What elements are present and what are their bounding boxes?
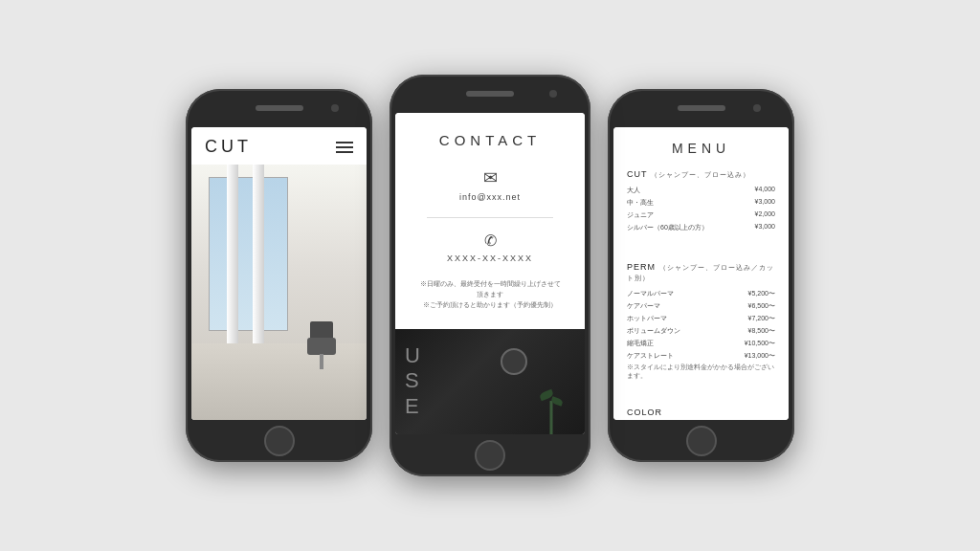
salon-chair (302, 326, 341, 369)
menu-section-cut-label: CUT (627, 169, 647, 179)
menu-item-care-perm: ケアパーマ ¥6,500〜 (627, 301, 775, 311)
phone-menu: MENU CUT （シャンプー、ブロー込み） 大人 ¥4,000 中・高生 ¥3… (608, 89, 794, 462)
phones-container: CUT (0, 0, 980, 551)
camera-contact (549, 90, 557, 98)
contact-note-line1: ※日曜のみ、最終受付を一時間繰り上げさせて頂きます (420, 280, 561, 298)
menu-item-hot-perm-name: ホットパーマ (627, 314, 667, 323)
contact-phone[interactable]: XXXX-XX-XXXX (447, 253, 533, 263)
plant-stem (550, 401, 553, 434)
home-salon-image (191, 165, 367, 420)
contact-text-overlay: USE (405, 343, 422, 419)
phone-bottom-home (186, 420, 372, 462)
menu-section-cut-title: CUT （シャンプー、ブロー込み） (627, 169, 775, 180)
menu-item-junior-name: ジュニア (627, 210, 654, 220)
menu-item-highschool: 中・高生 ¥3,000 (627, 198, 775, 208)
menu-item-highschool-price: ¥3,000 (755, 198, 775, 208)
menu-title: MENU (627, 141, 775, 156)
menu-item-volume-down-name: ボリュームダウン (627, 326, 680, 336)
menu-item-junior-price: ¥2,000 (755, 210, 775, 220)
hamburger-line-2 (336, 146, 353, 148)
menu-item-care-straight-name: ケアストレート (627, 351, 674, 361)
contact-bottom-image: USE (395, 329, 585, 434)
contact-divider-1 (427, 217, 554, 218)
phone-contact: CONTACT ✉ info@xxx.net ✆ XXXX-XX-XXXX ※日… (390, 75, 590, 476)
phone-top-bar-contact (390, 75, 590, 113)
chair-leg (320, 354, 323, 369)
phone-top-bar-menu (608, 89, 794, 127)
menu-section-perm-label: PERM (627, 262, 656, 272)
home-header: CUT (191, 127, 367, 165)
contact-note-line2: ※ご予約頂けると助かります（予約優先制） (423, 301, 557, 308)
hamburger-line-3 (336, 151, 353, 153)
speaker-home (256, 105, 303, 111)
salon-window (209, 177, 287, 330)
menu-item-junior: ジュニア ¥2,000 (627, 210, 775, 220)
salon-column-1 (227, 165, 238, 343)
menu-item-care-straight: ケアストレート ¥13,000〜 (627, 351, 775, 361)
menu-section-cut-subtitle: （シャンプー、ブロー込み） (651, 171, 750, 178)
phone-home: CUT (186, 89, 372, 462)
menu-item-care-perm-name: ケアパーマ (627, 301, 660, 311)
screen-contact: CONTACT ✉ info@xxx.net ✆ XXXX-XX-XXXX ※日… (395, 113, 585, 434)
salon-interior (191, 165, 367, 420)
menu-item-care-perm-price: ¥6,500〜 (748, 301, 775, 311)
contact-email[interactable]: info@xxx.net (459, 192, 521, 202)
screen-home: CUT (191, 127, 367, 420)
menu-item-normal-perm-name: ノーマルパーマ (627, 289, 674, 298)
contact-top-section: CONTACT ✉ info@xxx.net ✆ XXXX-XX-XXXX ※日… (395, 113, 585, 329)
menu-item-care-straight-price: ¥13,000〜 (745, 351, 775, 361)
home-button-home[interactable] (264, 426, 295, 456)
menu-item-silver: シルバー（60歳以上の方） ¥3,000 (627, 223, 775, 232)
phone-bottom-menu (608, 420, 794, 462)
menu-item-adult-name: 大人 (627, 186, 640, 195)
phone-icon: ✆ (484, 231, 497, 250)
hamburger-icon[interactable] (336, 142, 353, 153)
contact-plant (537, 386, 566, 434)
menu-item-silver-name: シルバー（60歳以上の方） (627, 223, 708, 232)
menu-item-normal-perm: ノーマルパーマ ¥5,200〜 (627, 289, 775, 298)
home-button-menu[interactable] (686, 426, 717, 456)
menu-section-cut: CUT （シャンプー、ブロー込み） 大人 ¥4,000 中・高生 ¥3,000 … (627, 169, 775, 235)
home-button-contact[interactable] (475, 440, 505, 471)
menu-section-perm: PERM （シャンプー、ブロー込み／カット別） ノーマルパーマ ¥5,200〜 … (627, 262, 775, 381)
menu-item-hot-perm-price: ¥7,200〜 (748, 314, 775, 323)
phone-bottom-contact (390, 434, 590, 476)
speaker-menu (678, 105, 725, 111)
chair-seat (307, 338, 336, 355)
menu-item-silver-price: ¥3,000 (755, 223, 775, 232)
menu-section-color-title: COLOR (627, 408, 775, 417)
contact-mirror (501, 348, 527, 375)
contact-title: CONTACT (439, 132, 541, 148)
hamburger-line-1 (336, 142, 353, 143)
menu-item-volume-down: ボリュームダウン ¥8,500〜 (627, 326, 775, 336)
menu-item-straight: 縮毛矯正 ¥10,500〜 (627, 339, 775, 348)
menu-item-volume-down-price: ¥8,500〜 (748, 326, 775, 336)
camera-home (331, 104, 339, 112)
menu-item-hot-perm: ホットパーマ ¥7,200〜 (627, 314, 775, 323)
contact-note: ※日曜のみ、最終受付を一時間繰り上げさせて頂きます ※ご予約頂けると助かります（… (411, 278, 569, 311)
menu-item-straight-name: 縮毛矯正 (627, 339, 654, 348)
screen-menu: MENU CUT （シャンプー、ブロー込み） 大人 ¥4,000 中・高生 ¥3… (613, 127, 789, 420)
menu-item-highschool-name: 中・高生 (627, 198, 654, 208)
menu-item-adult-price: ¥4,000 (755, 186, 775, 195)
speaker-contact (466, 91, 514, 97)
menu-item-adult: 大人 ¥4,000 (627, 186, 775, 195)
menu-item-normal-perm-price: ¥5,200〜 (748, 289, 775, 298)
salon-column-2 (253, 165, 264, 343)
menu-perm-note: ※スタイルにより別途料金がかかる場合がございます。 (627, 364, 775, 381)
home-logo: CUT (205, 137, 252, 157)
menu-section-color: COLOR ヘナ ¥5,200〜 マニキュア ¥4,500〜 ○ファッションカラ… (627, 408, 775, 420)
email-icon: ✉ (483, 167, 498, 188)
menu-section-perm-title: PERM （シャンプー、ブロー込み／カット別） (627, 262, 775, 283)
phone-top-bar-home (186, 89, 372, 127)
menu-item-straight-price: ¥10,500〜 (745, 339, 775, 348)
camera-menu (753, 104, 761, 112)
